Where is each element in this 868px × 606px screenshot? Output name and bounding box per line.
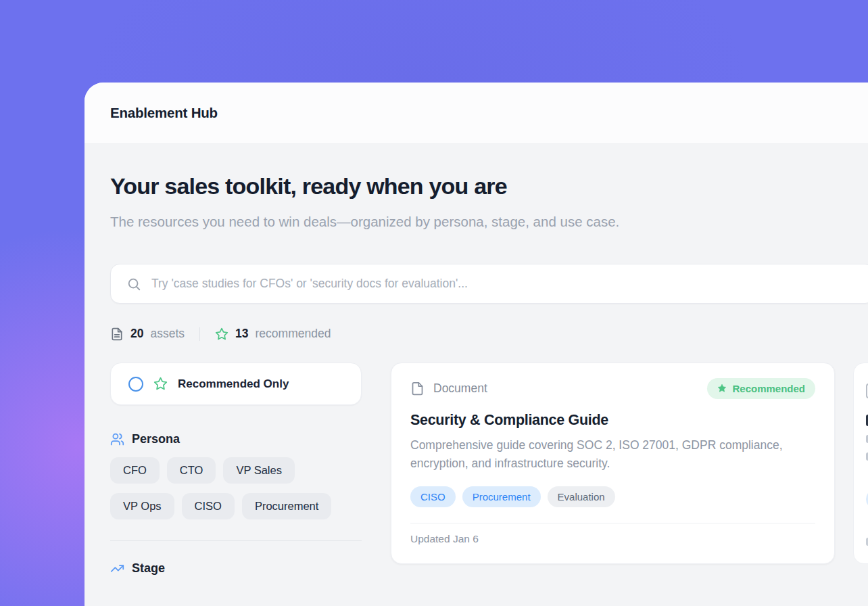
recommended-only-toggle[interactable]: Recommended Only — [110, 363, 362, 405]
trending-up-icon — [110, 561, 124, 576]
card-type-label: Document — [433, 381, 487, 396]
sidebar-divider — [110, 540, 362, 541]
card-tag: Procurement — [462, 486, 541, 507]
assets-label: assets — [150, 327, 185, 341]
document-icon — [410, 381, 425, 396]
recommended-badge-label: Recommended — [732, 383, 805, 394]
recommended-count: 13 — [235, 327, 248, 341]
filters-sidebar: Recommended Only Persona CF — [110, 363, 362, 576]
star-outline-icon — [153, 377, 168, 391]
card-tag: Evaluation — [548, 486, 615, 507]
persona-filter-section: Persona CFOCTOVP SalesVP OpsCISOProcurem… — [110, 432, 362, 519]
card-tag: CISO — [410, 486, 456, 507]
toggle-circle-icon[interactable] — [128, 377, 143, 392]
persona-chip[interactable]: VP Ops — [110, 493, 174, 519]
persona-chip[interactable]: CTO — [167, 457, 216, 484]
recommended-stat: 13 recommended — [215, 327, 331, 341]
main-panel: Enablement Hub Your sales toolkit, ready… — [85, 83, 868, 606]
recommended-badge: Recommended — [707, 378, 815, 399]
star-outline-icon — [215, 327, 228, 341]
assets-stat: 20 assets — [110, 327, 185, 341]
search-icon — [126, 277, 141, 292]
app-title: Enablement Hub — [110, 105, 218, 121]
search-bar[interactable] — [110, 264, 868, 304]
search-input[interactable] — [151, 277, 861, 291]
recommended-only-label: Recommended Only — [178, 377, 289, 391]
persona-section-title: Persona — [132, 432, 180, 446]
card-description: Comprehensive guide covering SOC 2, ISO … — [410, 436, 813, 472]
stats-divider — [199, 327, 200, 341]
persona-chip[interactable]: Procurement — [242, 493, 331, 519]
stats-row: 20 assets 13 recommended — [110, 327, 868, 341]
users-icon — [110, 432, 124, 446]
persona-header: Persona — [110, 432, 362, 446]
asset-cards-grid: Document Recommended Security & Complian… — [391, 363, 868, 564]
persona-chips: CFOCTOVP SalesVP OpsCISOProcurement — [110, 457, 362, 519]
page-background: { "app": { "title": "Enablement Hub" }, … — [0, 0, 868, 606]
stage-section-title: Stage — [132, 561, 165, 576]
recommended-label: recommended — [256, 327, 331, 341]
card-updated: Updated Jan 6 — [410, 523, 815, 545]
page-title: Your sales toolkit, ready when you are — [110, 172, 868, 200]
card-tags: CISOProcurementEvaluation — [410, 486, 815, 507]
app-header: Enablement Hub — [85, 83, 868, 144]
stage-filter-section: Stage — [110, 561, 362, 576]
assets-count: 20 — [130, 327, 143, 341]
panel-body: Your sales toolkit, ready when you are T… — [85, 144, 868, 576]
persona-chip[interactable]: CISO — [182, 493, 235, 519]
page-subtitle: The resources you need to win deals—orga… — [110, 209, 675, 234]
card-header: Document Recommended — [410, 378, 815, 398]
star-filled-icon — [717, 383, 727, 393]
card-title: Security & Compliance Guide — [410, 412, 815, 429]
main-content: Recommended Only Persona CF — [110, 363, 868, 576]
asset-card-security-compliance[interactable]: Document Recommended Security & Complian… — [391, 363, 835, 564]
asset-card-partial[interactable] — [853, 363, 868, 564]
persona-chip[interactable]: VP Sales — [223, 457, 295, 484]
persona-chip[interactable]: CFO — [110, 457, 160, 484]
stage-header: Stage — [110, 561, 362, 576]
file-text-icon — [110, 327, 124, 341]
card-type: Document — [410, 381, 487, 396]
